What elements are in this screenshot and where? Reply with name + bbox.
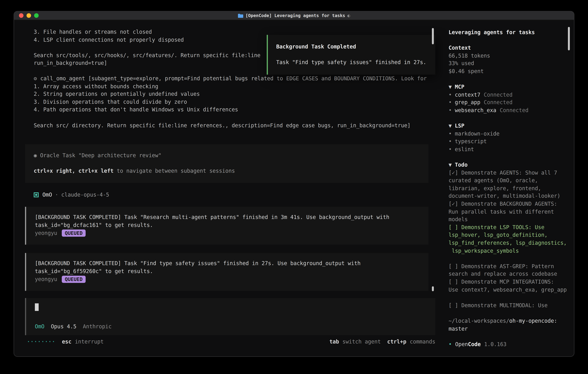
chevron-down-icon: ▼ bbox=[449, 162, 452, 168]
message-author: yeongyu bbox=[35, 229, 57, 237]
chat-scrollbar-thumb[interactable] bbox=[432, 286, 434, 291]
window-title: [OpenCode] Leveraging agents for tasks ◐ bbox=[14, 11, 574, 19]
mcp-item: •websearch_exaConnected bbox=[449, 106, 569, 114]
input-provider-name: Anthropic bbox=[83, 323, 112, 331]
bullet-icon: • bbox=[449, 99, 452, 105]
shortcut-commands: ctrl+p commands bbox=[387, 338, 435, 346]
message-author: yeongyu bbox=[35, 275, 57, 283]
todo-item: [✓] Demonstrate AGENTS: Show all 7 curat… bbox=[449, 169, 569, 200]
terminal-main: 3. File handles or streams not closed 4.… bbox=[14, 20, 443, 356]
opencode-window: [OpenCode] Leveraging agents for tasks ◐… bbox=[14, 11, 574, 357]
context-heading: Context bbox=[449, 44, 569, 52]
bullet-icon: • bbox=[449, 92, 452, 98]
shortcut-key: ctrl+p bbox=[387, 338, 406, 346]
screen: [OpenCode] Leveraging agents for tasks ◐… bbox=[0, 0, 588, 374]
message-text: [BACKGROUND TASK COMPLETED] Task "Resear… bbox=[35, 213, 420, 229]
message-card: [BACKGROUND TASK COMPLETED] Task "Find t… bbox=[25, 253, 429, 291]
lsp-name: markdown-oxide bbox=[455, 131, 499, 137]
chevron-down-icon: ▼ bbox=[449, 123, 452, 129]
session-sidebar: Leveraging agents for tasks Context 66,5… bbox=[442, 20, 574, 356]
folder-icon bbox=[238, 13, 243, 18]
message-meta: yeongyu QUEUED bbox=[35, 229, 420, 237]
window-titlebar[interactable]: [OpenCode] Leveraging agents for tasks ◐ bbox=[14, 11, 574, 20]
lsp-item: •markdown-oxide bbox=[449, 130, 569, 137]
oracle-task-title-row: ◉ Oracle Task "Deep architecture review" bbox=[34, 151, 420, 159]
text-cursor bbox=[35, 303, 39, 311]
todo-heading: Todo bbox=[455, 162, 467, 168]
workspace-path: ~/local-workspaces/oh-my-opencode:master bbox=[449, 317, 569, 333]
bullet-icon: • bbox=[449, 107, 452, 113]
workspace-branch: master bbox=[449, 326, 468, 332]
app-version: 1.0.163 bbox=[484, 340, 506, 348]
workspace-repo-name: oh-my-opencode: bbox=[509, 318, 557, 324]
oracle-navigation-hint: ctrl+x right, ctrl+x left to navigate be… bbox=[34, 167, 420, 175]
todo-heading-row[interactable]: ▼Todo bbox=[449, 161, 569, 169]
oracle-task-title: Oracle Task "Deep architecture review" bbox=[40, 152, 161, 158]
tool-call-command: call_omo_agent [subagent_type=explore, p… bbox=[40, 75, 427, 82]
message-card: [BACKGROUND TASK COMPLETED] Task "Resear… bbox=[25, 207, 429, 245]
mcp-section: ▼MCP •context7Connected •grep_appConnect… bbox=[449, 83, 569, 114]
oracle-task-icon: ◉ bbox=[34, 152, 37, 158]
lsp-name: typescript bbox=[455, 138, 487, 145]
window-title-text: [OpenCode] Leveraging agents for tasks bbox=[246, 11, 345, 19]
gear-icon: ⚙ bbox=[34, 75, 37, 82]
minimize-window-button[interactable] bbox=[26, 13, 31, 18]
agent-separator: · bbox=[55, 191, 58, 199]
mcp-item: •context7Connected bbox=[449, 91, 569, 99]
status-left: ········ esc interrupt bbox=[27, 338, 104, 346]
close-window-button[interactable] bbox=[19, 13, 23, 18]
todo-item: [ ] Demonstrate MCP INTEGRATIONS: Use co… bbox=[449, 278, 569, 294]
bullet-icon: • bbox=[449, 340, 452, 348]
mcp-name: grep_app bbox=[455, 99, 480, 105]
chevron-down-icon: ▼ bbox=[449, 84, 452, 90]
app-version-footer: • OpenCode 1.0.163 bbox=[449, 340, 569, 348]
shortcut-key: esc bbox=[62, 338, 72, 346]
lsp-section: ▼LSP •markdown-oxide •typescript •eslint bbox=[449, 122, 569, 153]
bullet-icon: • bbox=[449, 131, 452, 137]
shortcut-label: commands bbox=[410, 338, 435, 346]
shortcut-interrupt: esc interrupt bbox=[62, 338, 104, 346]
bullet-icon: • bbox=[449, 146, 452, 152]
mcp-status: Connected bbox=[484, 92, 513, 98]
queued-status-badge: QUEUED bbox=[62, 229, 86, 237]
mcp-heading: MCP bbox=[455, 84, 464, 90]
todo-item: [ ] Demonstrate MULTIMODAL: Use bbox=[449, 301, 569, 309]
message-meta: yeongyu QUEUED bbox=[35, 275, 420, 283]
spinner-dots: ········ bbox=[27, 338, 56, 346]
mcp-name: context7 bbox=[455, 92, 480, 98]
lsp-item: •eslint bbox=[449, 145, 569, 153]
context-tokens: 66,518 tokens bbox=[449, 52, 569, 60]
input-footer: OmO Opus 4.5 Anthropic bbox=[35, 323, 112, 331]
status-right: tab switch agent ctrl+p commands bbox=[323, 338, 435, 346]
lsp-name: eslint bbox=[455, 146, 474, 152]
oracle-hint-text: to navigate between subagent sessions bbox=[114, 168, 235, 174]
prompt-input[interactable]: OmO Opus 4.5 Anthropic bbox=[25, 298, 435, 335]
omo-agent-icon bbox=[34, 192, 39, 197]
main-scrollbar-thumb[interactable] bbox=[432, 28, 434, 44]
queued-status-badge: QUEUED bbox=[62, 276, 86, 283]
input-model-name: Opus 4.5 bbox=[51, 323, 76, 331]
lsp-heading: LSP bbox=[455, 123, 464, 129]
tool-call-details: 1. Array access without bounds checking … bbox=[34, 83, 410, 128]
notification-title: Background Task Completed bbox=[276, 43, 427, 51]
zoom-window-button[interactable] bbox=[34, 13, 39, 18]
message-text: [BACKGROUND TASK COMPLETED] Task "Find t… bbox=[35, 260, 420, 275]
sidebar-scrollbar-thumb[interactable] bbox=[568, 27, 570, 50]
agent-model: claude-opus-4-5 bbox=[61, 191, 109, 199]
title-loading-icon: ◐ bbox=[347, 11, 350, 19]
mcp-name: websearch_exa bbox=[455, 107, 496, 113]
mcp-heading-row[interactable]: ▼MCP bbox=[449, 83, 569, 91]
context-spent: $0.46 spent bbox=[449, 67, 569, 75]
shortcut-label: interrupt bbox=[75, 338, 104, 346]
workspace-path-prefix: ~/local-workspaces/ bbox=[449, 318, 509, 324]
todo-item: [ ] Demonstrate AST-GREP: Pattern search… bbox=[449, 262, 569, 278]
todo-section: ▼Todo [✓] Demonstrate AGENTS: Show all 7… bbox=[449, 161, 569, 309]
background-task-notification[interactable]: Background Task Completed Task "Find typ… bbox=[267, 35, 435, 75]
mcp-item: •grep_appConnected bbox=[449, 99, 569, 106]
bullet-icon: • bbox=[449, 138, 452, 145]
mcp-status: Connected bbox=[500, 107, 528, 113]
context-used: 33% used bbox=[449, 60, 569, 67]
shortcut-key: tab bbox=[329, 338, 339, 346]
lsp-heading-row[interactable]: ▼LSP bbox=[449, 122, 569, 130]
agent-header: OmO · claude-opus-4-5 bbox=[34, 191, 109, 199]
